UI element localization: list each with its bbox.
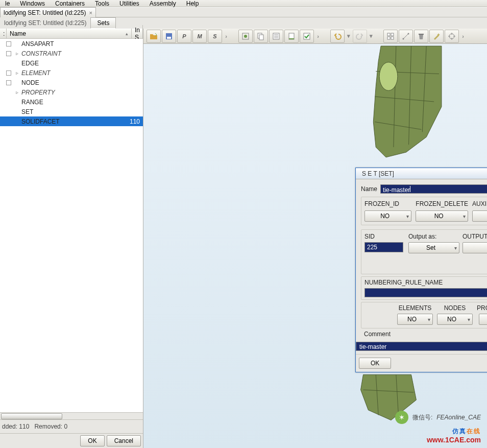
sub-tab-strip: lodifying SET: Untitled (Id:225) Sets <box>0 17 487 29</box>
tree-row-node[interactable]: NODE <box>0 78 143 87</box>
tool-save-icon[interactable] <box>162 30 176 43</box>
checkbox-icon[interactable] <box>6 51 11 56</box>
auxiliary-label: AUXILIARY <box>472 200 487 207</box>
menu-tools[interactable]: Tools <box>90 0 114 7</box>
left-panel: : Name▴ In S ANSAPART ▹CONSTRAINT EDGE ▹… <box>0 29 143 448</box>
comment-input[interactable]: tie-master <box>356 342 487 351</box>
menu-containers[interactable]: Containers <box>50 0 90 7</box>
svg-line-17 <box>403 34 408 39</box>
frozen-delete-select[interactable]: NO <box>416 210 468 222</box>
tool-check-icon[interactable] <box>300 30 314 43</box>
numbering-rule-input[interactable] <box>364 288 487 297</box>
svg-rect-1 <box>167 37 171 39</box>
nodes-label: NODES <box>444 304 466 312</box>
ok-button[interactable]: OK <box>80 435 104 446</box>
properties-label: PROPERTIES <box>477 304 487 312</box>
name-label: Name <box>361 185 377 193</box>
removed-count: Removed: 0 <box>34 423 67 430</box>
checkbox-icon[interactable] <box>6 70 11 76</box>
subtab-modifying[interactable]: lodifying SET: Untitled (Id:225) <box>0 17 90 29</box>
svg-rect-13 <box>387 33 390 36</box>
tree-row-range[interactable]: RANGE <box>0 97 143 107</box>
col-handle[interactable]: : <box>0 29 7 39</box>
menu-windows[interactable]: Windows <box>15 0 50 7</box>
frozen-id-select[interactable]: NO <box>364 210 411 222</box>
undo-icon[interactable] <box>330 30 345 43</box>
menu-utilities[interactable]: Utilities <box>114 0 144 7</box>
viewport[interactable]: P M S › › ▾ ▾ › <box>143 29 487 448</box>
close-icon[interactable]: × <box>89 10 92 16</box>
tool-s-icon[interactable]: S <box>208 30 222 43</box>
elements-select[interactable]: NO <box>397 314 433 325</box>
tree-row-element[interactable]: ▹ELEMENT <box>0 68 143 78</box>
tool-measure-icon[interactable] <box>399 30 413 43</box>
dialog-ok-button[interactable]: OK <box>359 358 391 369</box>
sort-asc-icon: ▴ <box>126 31 128 36</box>
main-tab[interactable]: lodifying SET: Untitled (Id:225) × <box>0 7 96 17</box>
frozen-delete-label: FROZEN_DELETE <box>416 200 468 207</box>
svg-point-19 <box>408 33 409 34</box>
tree-row-ansapart[interactable]: ANSAPART <box>0 39 143 49</box>
tool-settings-icon[interactable] <box>238 30 253 43</box>
tool-m-icon[interactable]: M <box>192 30 207 43</box>
output-as-label: Output as: <box>408 233 459 240</box>
checkbox-icon[interactable] <box>6 80 11 85</box>
tool-magic-icon[interactable] <box>429 30 444 43</box>
nodes-select[interactable]: NO <box>437 314 473 325</box>
tool-list-icon[interactable] <box>269 30 283 43</box>
tree-row-constraint[interactable]: ▹CONSTRAINT <box>0 49 143 58</box>
chevron-down-icon[interactable]: ▾ <box>346 30 352 43</box>
tree-row-property[interactable]: ▹PROPERTY <box>0 87 143 97</box>
menu-help[interactable]: Help <box>181 0 204 7</box>
col-name[interactable]: Name▴ <box>7 29 132 39</box>
tool-copy-icon[interactable] <box>254 30 268 43</box>
comment-label: Comment <box>364 331 391 338</box>
watermark-brand-b: 在线 <box>467 428 481 435</box>
tool-grid-icon[interactable] <box>383 30 398 43</box>
tree-row-set[interactable]: SET <box>0 107 143 116</box>
chevron-right-icon[interactable]: › <box>460 30 466 43</box>
tool-p-icon[interactable]: P <box>177 30 191 43</box>
elements-label: ELEMENTS <box>399 304 432 312</box>
chevron-right-icon[interactable]: › <box>223 30 229 43</box>
menu-assembly[interactable]: Assembly <box>144 0 181 7</box>
menu-file[interactable]: le <box>0 0 15 7</box>
tool-doc-icon[interactable] <box>284 30 299 43</box>
panel-buttons: OK Cancel <box>0 433 143 448</box>
menu-bar: le Windows Containers Tools Utilities As… <box>0 0 487 7</box>
svg-rect-12 <box>304 33 310 39</box>
svg-rect-15 <box>387 37 390 39</box>
redo-icon[interactable] <box>353 30 367 43</box>
tool-target-icon[interactable] <box>445 30 459 43</box>
expand-icon[interactable]: ▹ <box>14 70 19 76</box>
svg-point-3 <box>244 35 247 38</box>
subtab-sets[interactable]: Sets <box>90 17 116 29</box>
main-tab-strip: lodifying SET: Untitled (Id:225) × <box>0 7 487 17</box>
wechat-icon: ✶ <box>395 411 408 424</box>
name-input[interactable]: tie-master <box>380 184 487 194</box>
status-bar: dded: 110 Removed: 0 <box>0 419 143 433</box>
svg-rect-11 <box>289 38 294 39</box>
expand-icon[interactable]: ▹ <box>14 89 19 95</box>
toolbar: P M S › › ▾ ▾ › <box>143 29 487 44</box>
scrollbar-thumb[interactable] <box>1 413 62 419</box>
chevron-right-icon[interactable]: › <box>315 30 321 43</box>
expand-icon[interactable]: ▹ <box>14 51 19 56</box>
auxiliary-select[interactable]: NO <box>472 210 487 222</box>
tree-header: : Name▴ In S <box>0 29 143 39</box>
sid-input[interactable]: 225 <box>364 242 403 252</box>
properties-select[interactable]: NO <box>479 314 487 325</box>
tree-row-solidfacet[interactable]: SOLIDFACET110 <box>0 116 143 126</box>
tree-row-edge[interactable]: EDGE <box>0 58 143 68</box>
cancel-button[interactable]: Cancel <box>107 435 141 446</box>
tool-open-icon[interactable] <box>147 30 161 43</box>
watermark-url: www.1CAE.com <box>395 436 481 444</box>
output-as-select[interactable]: Set <box>408 242 459 253</box>
chevron-down-icon[interactable]: ▾ <box>368 30 374 43</box>
output-type-select[interactable] <box>462 242 487 253</box>
main-tab-label: lodifying SET: Untitled (Id:225) <box>4 9 86 16</box>
checkbox-icon[interactable] <box>6 41 11 46</box>
numbering-rule-label: NUMBERING_RULE_NAME <box>364 279 487 286</box>
h-scrollbar[interactable] <box>0 412 143 419</box>
trash-icon[interactable] <box>414 30 428 43</box>
